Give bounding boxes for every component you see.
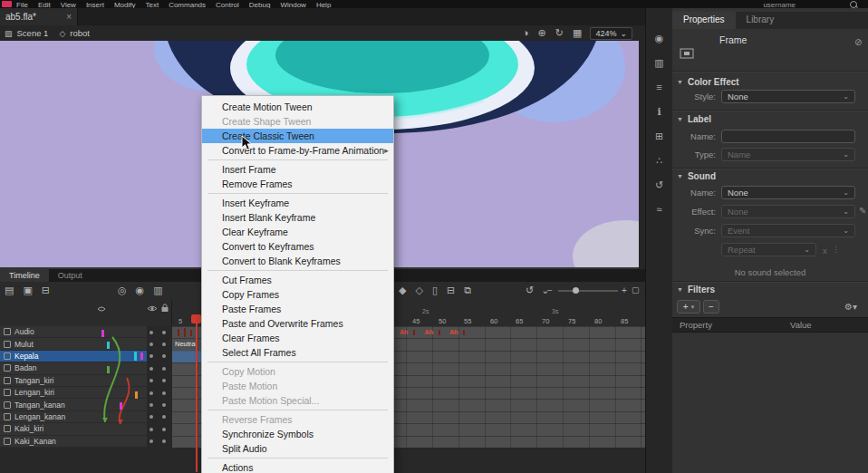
- timeline-zoom-in-icon[interactable]: +: [622, 286, 627, 295]
- history-icon[interactable]: ↺: [646, 180, 672, 190]
- context-menu-item[interactable]: Create Motion Tween: [202, 100, 393, 114]
- ruler-frame-number[interactable]: 65: [516, 317, 523, 325]
- section-color-effect[interactable]: ▼ Color Effect: [677, 77, 739, 87]
- context-menu-item[interactable]: Convert to Frame-by-Frame Animation▸: [202, 143, 393, 158]
- menu-text[interactable]: Text: [145, 0, 159, 8]
- audio-waveform: [178, 329, 179, 336]
- rotation-icon[interactable]: ↻: [555, 28, 564, 38]
- menu-help[interactable]: Help: [316, 0, 331, 8]
- context-menu-item[interactable]: Create Classic Tween: [202, 129, 393, 143]
- frame-span-icon[interactable]: ⊟: [447, 285, 455, 295]
- edit-sound-envelope-icon[interactable]: ✎: [859, 206, 866, 216]
- onion-outlines-icon[interactable]: ◉: [136, 285, 145, 295]
- ruler-frame-number[interactable]: 75: [568, 317, 575, 325]
- section-filters[interactable]: ▼ Filters: [677, 285, 715, 294]
- edit-multiple-frames-icon[interactable]: ▥: [153, 285, 162, 295]
- delete-layer-icon[interactable]: ⊟: [42, 285, 50, 295]
- menu-control[interactable]: Control: [216, 0, 239, 8]
- document-tab[interactable]: ab5.fla* ×: [0, 8, 78, 25]
- menu-file[interactable]: File: [16, 0, 28, 8]
- ruler-frame-number[interactable]: 80: [594, 317, 602, 325]
- frame-picker-icon[interactable]: ▥: [646, 58, 672, 68]
- frame-view-icon[interactable]: ⧉: [464, 285, 471, 295]
- context-menu-item[interactable]: Paste Frames: [202, 302, 393, 316]
- timeline-zoom-slider[interactable]: [558, 290, 618, 292]
- label-name-input[interactable]: [721, 130, 855, 143]
- chevron-down-icon: ⌄: [843, 188, 849, 197]
- context-menu-item-label: Paste Motion: [222, 379, 277, 393]
- menu-separator: [207, 458, 388, 459]
- camera-icon[interactable]: ◉: [646, 34, 672, 43]
- help-icon[interactable]: ⊘: [854, 37, 862, 47]
- context-menu-item[interactable]: Copy Frames: [202, 287, 393, 302]
- transform-icon[interactable]: ⊞: [646, 131, 672, 141]
- center-stage-icon[interactable]: ⊕: [538, 28, 546, 38]
- timeline-zoom-slider-knob[interactable]: [573, 287, 579, 294]
- menu-separator: [207, 193, 388, 194]
- playhead-handle[interactable]: [191, 314, 201, 323]
- timeline-zoom-out-icon[interactable]: −: [547, 286, 553, 295]
- menu-debug[interactable]: Debug: [249, 0, 271, 8]
- add-filter-button[interactable]: +▾: [677, 300, 700, 314]
- tab-timeline[interactable]: Timeline: [0, 269, 49, 282]
- tab-library[interactable]: Library: [736, 12, 786, 29]
- context-menu-item-label: Convert to Blank Keyframes: [222, 254, 341, 268]
- center-playhead-icon[interactable]: ↺: [526, 285, 534, 295]
- tab-output[interactable]: Output: [49, 269, 92, 282]
- context-menu-item[interactable]: Clear Keyframe: [202, 225, 393, 239]
- tab-properties[interactable]: Properties: [672, 12, 736, 29]
- search-icon[interactable]: [850, 1, 857, 8]
- menu-window[interactable]: Window: [280, 0, 305, 8]
- context-menu-item[interactable]: Cut Frames: [202, 273, 393, 287]
- section-label[interactable]: ▼ Label: [677, 114, 711, 124]
- motion-presets-icon[interactable]: ≈: [646, 205, 672, 215]
- menu-view[interactable]: View: [61, 0, 76, 8]
- context-menu-item[interactable]: Select All Frames: [202, 345, 393, 360]
- context-menu-item[interactable]: Split Audio: [202, 441, 393, 456]
- remove-filter-button[interactable]: −: [703, 300, 719, 314]
- ruler-frame-number[interactable]: 60: [490, 317, 497, 325]
- onion-skin-icon[interactable]: ◎: [118, 285, 127, 295]
- close-tab-icon[interactable]: ×: [66, 12, 72, 22]
- context-menu-item[interactable]: Actions: [202, 460, 393, 473]
- breadcrumb-scene[interactable]: Scene 1: [17, 28, 49, 38]
- fit-timeline-icon[interactable]: ▢: [632, 286, 640, 294]
- sound-name-select[interactable]: None⌄: [721, 186, 855, 199]
- add-layer-icon[interactable]: ▤: [5, 285, 14, 295]
- pen-mode-icon[interactable]: ◑: [523, 28, 529, 38]
- style-select[interactable]: None⌄: [721, 90, 855, 103]
- context-menu-item[interactable]: Synchronize Symbols: [202, 427, 393, 441]
- menu-commands[interactable]: Commands: [169, 0, 206, 8]
- context-menu-item-label: Convert to Keyframes: [222, 239, 314, 254]
- context-menu-item[interactable]: Remove Frames: [202, 177, 393, 191]
- ruler-frame-number[interactable]: 45: [412, 317, 420, 325]
- align-icon[interactable]: ≡: [646, 82, 672, 92]
- menu-modify[interactable]: Modify: [114, 0, 136, 8]
- ruler-frame-number[interactable]: 55: [464, 317, 471, 325]
- context-menu-item[interactable]: Clear Frames: [202, 331, 393, 345]
- filter-options-icon[interactable]: ⚙▾: [844, 302, 857, 312]
- insert-keyframe-icon[interactable]: ◆: [399, 285, 406, 295]
- menu-edit[interactable]: Edit: [38, 0, 51, 8]
- user-account-menu[interactable]: username: [763, 0, 796, 8]
- ruler-frame-number[interactable]: 85: [621, 317, 628, 325]
- zoom-control[interactable]: 424% ⌄: [590, 27, 632, 40]
- context-menu-item[interactable]: Insert Blank Keyframe: [202, 210, 393, 225]
- context-menu-item[interactable]: Insert Keyframe: [202, 196, 393, 210]
- menu-insert[interactable]: Insert: [86, 0, 104, 8]
- insert-blank-keyframe-icon[interactable]: ◇: [415, 285, 422, 295]
- section-sound[interactable]: ▼ Sound: [677, 171, 716, 181]
- info-icon[interactable]: ℹ: [646, 107, 672, 117]
- clip-content-icon[interactable]: ▦: [573, 28, 582, 38]
- ruler-frame-number[interactable]: 50: [439, 317, 446, 325]
- context-menu-item[interactable]: Convert to Keyframes: [202, 239, 393, 254]
- context-menu-item[interactable]: Paste and Overwrite Frames: [202, 316, 393, 331]
- brush-library-icon[interactable]: ∴: [646, 156, 672, 166]
- ruler-frame-number[interactable]: 70: [542, 317, 549, 325]
- add-folder-icon[interactable]: ▣: [23, 285, 32, 295]
- context-menu-item[interactable]: Insert Frame: [202, 162, 393, 177]
- ruler-frame-number[interactable]: 5: [178, 317, 182, 325]
- context-menu-item[interactable]: Convert to Blank Keyframes: [202, 254, 393, 268]
- insert-frame-icon[interactable]: ▯: [432, 285, 438, 295]
- context-menu-item-label: Insert Blank Keyframe: [222, 210, 315, 225]
